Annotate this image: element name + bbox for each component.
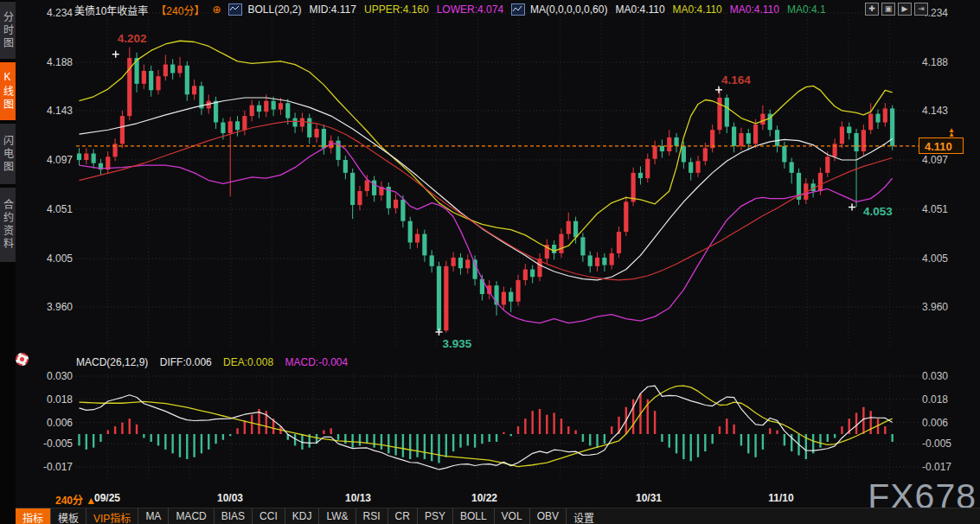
boll-mid-value: MID:4.117 bbox=[310, 3, 356, 16]
period-footer[interactable]: 240分 ▲ bbox=[55, 492, 96, 507]
toolbar-tab-KDJ[interactable]: KDJ bbox=[285, 508, 319, 524]
sidebar-tab-2[interactable]: K线图 bbox=[0, 62, 16, 120]
collapse-panel-icon[interactable]: ⇥ bbox=[914, 3, 928, 16]
toolbar-tab-模板[interactable]: 模板 bbox=[50, 508, 86, 524]
date-label: 09/25 bbox=[94, 492, 120, 504]
toolbar-tab-MACD[interactable]: MACD bbox=[168, 508, 213, 524]
price-tick-right: 3.960 bbox=[922, 301, 948, 313]
toolbar-tab-设置[interactable]: 设置 bbox=[566, 508, 601, 524]
bar-zoom-icon[interactable]: ▶ bbox=[898, 3, 912, 16]
macd-tick-right: -0.017 bbox=[922, 461, 951, 473]
period-label[interactable]: 【240分】 bbox=[156, 3, 204, 17]
macd-label: MACD(26,12,9) bbox=[76, 356, 148, 368]
toolbar-tab-LW&[interactable]: LW& bbox=[318, 508, 355, 524]
sidebar-tab-1[interactable]: 分时图 bbox=[0, 2, 16, 59]
date-label: 11/10 bbox=[768, 492, 793, 504]
toolbar-tab-PSY[interactable]: PSY bbox=[417, 508, 452, 524]
macd-diff-value: DIFF:0.006 bbox=[160, 356, 212, 368]
ma-value-4: MA0:4.1 bbox=[787, 3, 826, 16]
macd-header: MACD(26,12,9) DIFF:0.006 DEA:0.008 MACD:… bbox=[76, 356, 356, 368]
toolbar-tab-RSI[interactable]: RSI bbox=[355, 508, 388, 524]
macd-tick-right: 0.018 bbox=[922, 393, 948, 406]
date-label: 10/13 bbox=[345, 492, 371, 504]
ma-value-2: MA0:4.110 bbox=[673, 3, 722, 16]
toolbar-tab-VOL[interactable]: VOL bbox=[494, 508, 529, 524]
ma-value-1: MA0:4.110 bbox=[615, 3, 664, 16]
window-buttons: ✚▣▶⇥ bbox=[862, 3, 928, 16]
ma-label: MA(0,0,0,0,0,60) bbox=[530, 3, 607, 16]
macd-tick-right: 0.006 bbox=[922, 417, 948, 429]
macd-tick-right: -0.005 bbox=[922, 438, 951, 450]
chart-header: 美债10年收益率 【240分】 ⊕ BOLL(20,2) MID:4.117 U… bbox=[74, 3, 834, 16]
toolbar-tab-BOLL[interactable]: BOLL bbox=[452, 508, 494, 524]
price-tick-right: 4.188 bbox=[922, 56, 948, 68]
kline-chart[interactable]: 4.2024.1643.9354.053 bbox=[0, 0, 980, 524]
boll-lower-value: LOWER:4.074 bbox=[437, 3, 503, 16]
sidebar-tab-4[interactable]: 合约资料 bbox=[0, 188, 16, 262]
date-label: 10/31 bbox=[636, 492, 662, 504]
boll-indicator-icon[interactable] bbox=[228, 3, 242, 16]
axis-zoom-icon[interactable]: ▣ bbox=[881, 3, 895, 16]
price-annotation: 4.202 bbox=[118, 32, 147, 45]
add-indicator-icon[interactable]: ⊕ bbox=[212, 3, 221, 16]
toolbar-tab-CCI[interactable]: CCI bbox=[252, 508, 285, 524]
symbol-title: 美债10年收益率 bbox=[74, 3, 148, 17]
price-up-arrows-icon: ▲▲ bbox=[948, 128, 955, 137]
current-price-tag: 4.110 bbox=[919, 137, 964, 154]
macd-tick-right: 0.030 bbox=[922, 370, 948, 382]
ma-indicator-icon[interactable] bbox=[511, 3, 525, 16]
price-annotation: 4.053 bbox=[863, 205, 893, 218]
date-label: 10/03 bbox=[217, 492, 243, 504]
crosshair-icon[interactable]: ✚ bbox=[865, 3, 879, 16]
price-tick-right: 4.005 bbox=[922, 252, 948, 265]
toolbar-tab-BIAS[interactable]: BIAS bbox=[214, 508, 252, 524]
date-label: 10/22 bbox=[471, 492, 497, 504]
sidebar-tab-3[interactable]: 闪电图 bbox=[0, 124, 16, 184]
macd-value: MACD:-0.004 bbox=[285, 356, 348, 368]
left-sidebar: 分时图K线图闪电图合约资料 bbox=[0, 0, 16, 524]
toolbar-tab-MA[interactable]: MA bbox=[138, 508, 168, 524]
alert-sun-icon[interactable] bbox=[16, 353, 29, 366]
toolbar-tab-CR[interactable]: CR bbox=[388, 508, 417, 524]
toolbar-tab-指标[interactable]: 指标 bbox=[16, 508, 50, 524]
boll-upper-value: UPPER:4.160 bbox=[364, 3, 429, 16]
boll-label: BOLL(20,2) bbox=[247, 3, 301, 16]
price-tick-right: 4.143 bbox=[922, 105, 948, 117]
indicator-toolbar: 指标模板VIP指标MAMACDBIASCCIKDJLW&RSICRPSYBOLL… bbox=[16, 508, 980, 524]
price-annotation: 4.164 bbox=[721, 73, 751, 86]
ma-value-3: MA0:4.110 bbox=[730, 3, 779, 16]
price-tick-right: 4.051 bbox=[922, 203, 948, 215]
price-tick-right: 4.097 bbox=[922, 154, 948, 166]
chart-window: 4.2024.1643.9354.053 分时图K线图闪电图合约资料 美债10年… bbox=[0, 0, 980, 524]
macd-dea-value: DEA:0.008 bbox=[223, 356, 273, 368]
toolbar-tab-VIP指标[interactable]: VIP指标 bbox=[86, 508, 138, 524]
price-annotation: 3.935 bbox=[443, 337, 472, 350]
toolbar-tab-OBV[interactable]: OBV bbox=[529, 508, 566, 524]
